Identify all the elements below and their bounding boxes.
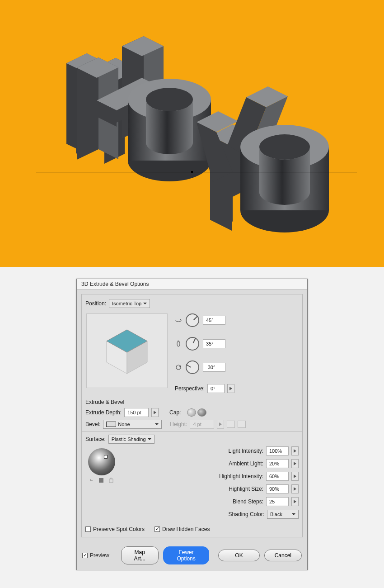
ambient-light-stepper[interactable]	[291, 459, 299, 468]
svg-rect-48	[99, 478, 103, 483]
highlight-size-label: Highlight Size:	[214, 486, 263, 492]
rotate-z-dial[interactable]	[186, 360, 199, 374]
dialog-title: 3D Extrude & Bevel Options	[77, 279, 307, 289]
delete-light-icon[interactable]	[108, 477, 114, 484]
ambient-light-value: 20%	[269, 461, 279, 466]
orientation-cube-preview[interactable]	[86, 313, 168, 388]
checkbox-icon	[85, 526, 91, 532]
surface-select[interactable]: Plastic Shading	[108, 435, 155, 444]
perspective-input[interactable]: 0°	[207, 384, 225, 393]
highlight-intensity-stepper[interactable]	[291, 472, 299, 481]
surface-value: Plastic Shading	[112, 436, 146, 442]
perspective-stepper[interactable]	[227, 384, 234, 393]
shading-color-select[interactable]: Black	[267, 510, 299, 519]
position-value: Isometric Top	[112, 301, 141, 306]
highlight-intensity-input[interactable]: 60%	[266, 472, 289, 481]
bevel-height-value: 4 pt	[193, 422, 201, 427]
light-intensity-input[interactable]: 100%	[266, 446, 289, 455]
rotate-x-dial[interactable]	[186, 313, 199, 327]
svg-point-27	[146, 88, 193, 111]
guide-anchor-point	[191, 171, 193, 173]
preserve-spot-checkbox[interactable]: Preserve Spot Colors	[85, 526, 145, 532]
fewer-options-button[interactable]: Fewer Options	[163, 546, 209, 564]
blend-steps-stepper[interactable]	[291, 497, 299, 506]
cap-off-button[interactable]	[197, 408, 206, 417]
perspective-value: 0°	[211, 386, 215, 391]
extrude-depth-stepper[interactable]	[151, 408, 159, 417]
extrude-depth-label: Extrude Depth:	[85, 409, 122, 416]
preserve-spot-label: Preserve Spot Colors	[93, 526, 145, 532]
ambient-light-label: Ambient Light:	[214, 460, 263, 467]
preview-label: Preview	[90, 552, 109, 559]
rotate-y-dial[interactable]	[186, 337, 199, 351]
checkbox-icon	[155, 526, 160, 532]
light-intensity-value: 100%	[269, 448, 282, 454]
blend-steps-value: 25	[269, 499, 275, 504]
shading-color-label: Shading Color:	[215, 511, 264, 517]
rotate-x-input[interactable]: 45°	[203, 316, 225, 325]
extrude-section-label: Extrude & Bevel	[85, 399, 299, 405]
rotate-y-input[interactable]: 35°	[203, 339, 225, 348]
rotate-y-icon	[175, 340, 182, 347]
ok-button[interactable]: OK	[218, 550, 259, 561]
extrude-depth-value: 150 pt	[127, 410, 141, 415]
rotate-y-value: 35°	[206, 341, 214, 346]
bevel-height-input: 4 pt	[190, 420, 214, 429]
light-sphere-preview[interactable]	[88, 448, 115, 475]
bevel-height-label: Height:	[170, 421, 187, 427]
extrude-bevel-dialog: 3D Extrude & Bevel Options Position: Iso…	[76, 279, 308, 570]
highlight-intensity-label: Highlight Intensity:	[214, 473, 263, 479]
rotate-x-value: 45°	[206, 318, 214, 323]
canvas-artboard	[0, 0, 384, 267]
preview-checkbox[interactable]: Preview	[82, 552, 109, 559]
checkbox-icon	[82, 553, 88, 558]
extrude-depth-input[interactable]: 150 pt	[124, 408, 149, 417]
cancel-button[interactable]: Cancel	[264, 550, 302, 561]
svg-point-47	[176, 365, 181, 370]
move-light-back-icon[interactable]	[88, 477, 94, 484]
shading-color-value: Black	[270, 512, 282, 517]
light-intensity-stepper[interactable]	[291, 446, 299, 455]
position-select[interactable]: Isometric Top	[109, 299, 150, 308]
light-handle[interactable]	[104, 455, 108, 459]
rotate-x-icon	[175, 317, 182, 324]
cap-on-button[interactable]	[187, 408, 196, 417]
ambient-light-input[interactable]: 20%	[266, 459, 289, 468]
highlight-size-value: 90%	[269, 486, 279, 492]
position-label: Position:	[85, 300, 106, 307]
blend-steps-input[interactable]: 25	[266, 497, 289, 506]
cap-label: Cap:	[169, 409, 181, 416]
dialog-footer: Preview Map Art... Fewer Options OK Canc…	[77, 542, 307, 570]
rotate-z-icon	[175, 364, 182, 371]
bevel-height-stepper	[217, 420, 224, 429]
hoyo-3d-artwork	[41, 27, 357, 253]
bevel-label: Bevel:	[85, 421, 100, 427]
draw-hidden-label: Draw Hidden Faces	[162, 526, 210, 532]
blend-steps-label: Blend Steps:	[214, 498, 263, 505]
light-intensity-label: Light Intensity:	[214, 448, 263, 454]
bevel-value: None	[118, 422, 130, 427]
map-art-button[interactable]: Map Art...	[121, 546, 159, 564]
horizontal-guide	[36, 172, 357, 172]
bevel-select[interactable]: None	[103, 420, 162, 429]
surface-label: Surface:	[85, 436, 106, 442]
bevel-swatch	[106, 422, 116, 427]
rotate-z-input[interactable]: -30°	[203, 363, 225, 372]
highlight-size-input[interactable]: 90%	[266, 484, 289, 493]
rotate-z-value: -30°	[206, 365, 215, 370]
new-light-icon[interactable]	[98, 477, 104, 484]
bevel-extent-out-icon	[238, 421, 246, 428]
svg-point-41	[259, 134, 310, 160]
highlight-size-stepper[interactable]	[291, 484, 299, 493]
draw-hidden-checkbox[interactable]: Draw Hidden Faces	[155, 526, 210, 532]
position-section: Position: Isometric Top 45°	[81, 294, 303, 537]
highlight-intensity-value: 60%	[269, 474, 279, 479]
perspective-label: Perspective:	[175, 385, 205, 392]
bevel-extent-in-icon	[227, 421, 235, 428]
